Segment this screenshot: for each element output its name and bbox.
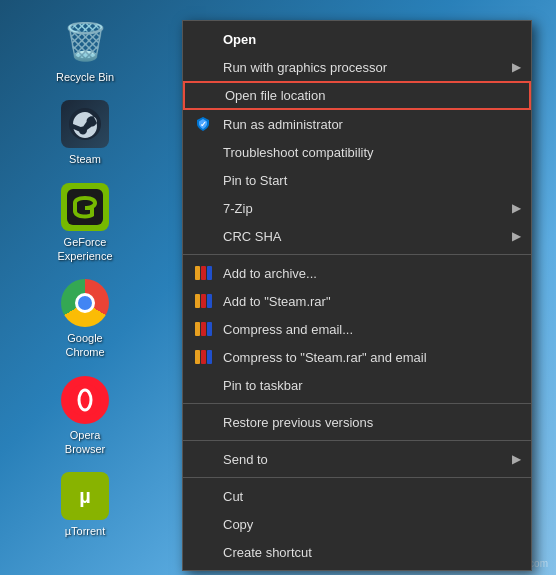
opera-label: OperaBrowser: [65, 428, 105, 457]
desktop: 🗑️ Recycle Bin Steam: [0, 0, 556, 575]
menu-item-add-archive[interactable]: Add to archive...: [183, 259, 531, 287]
menu-copy-label: Copy: [223, 517, 253, 532]
menu-7zip-label: 7-Zip: [223, 201, 253, 216]
submenu-arrow-7zip: ▶: [512, 201, 521, 215]
separator-1: [183, 254, 531, 255]
rar-icon-4: [193, 349, 213, 365]
steam-icon: [61, 100, 109, 148]
recycle-bin-icon: 🗑️: [61, 18, 109, 66]
menu-open-label: Open: [223, 32, 256, 47]
desktop-icon-geforce[interactable]: GeForceExperience: [45, 179, 125, 268]
menu-restore-versions-label: Restore previous versions: [223, 415, 373, 430]
menu-send-to-label: Send to: [223, 452, 268, 467]
submenu-arrow-run-gpu: ▶: [512, 60, 521, 74]
submenu-arrow-crc-sha: ▶: [512, 229, 521, 243]
menu-item-create-shortcut[interactable]: Create shortcut: [183, 538, 531, 566]
menu-compress-email-label: Compress and email...: [223, 322, 353, 337]
menu-crc-sha-label: CRC SHA: [223, 229, 282, 244]
menu-item-add-rar[interactable]: Add to "Steam.rar": [183, 287, 531, 315]
menu-item-crc-sha[interactable]: CRC SHA ▶: [183, 222, 531, 250]
menu-add-rar-label: Add to "Steam.rar": [223, 294, 331, 309]
desktop-icon-recycle-bin[interactable]: 🗑️ Recycle Bin: [45, 14, 125, 88]
chrome-icon: [61, 279, 109, 327]
menu-item-troubleshoot[interactable]: Troubleshoot compatibility: [183, 138, 531, 166]
svg-text:µ: µ: [79, 485, 91, 507]
steam-label: Steam: [69, 152, 101, 166]
menu-item-send-to[interactable]: Send to ▶: [183, 445, 531, 473]
menu-item-compress-rar-email[interactable]: Compress to "Steam.rar" and email: [183, 343, 531, 371]
opera-icon: [61, 376, 109, 424]
chrome-label: GoogleChrome: [65, 331, 104, 360]
menu-item-restore-versions[interactable]: Restore previous versions: [183, 408, 531, 436]
separator-3: [183, 440, 531, 441]
menu-item-run-admin[interactable]: ✓ Run as administrator: [183, 110, 531, 138]
menu-pin-start-label: Pin to Start: [223, 173, 287, 188]
menu-pin-taskbar-label: Pin to taskbar: [223, 378, 303, 393]
utorrent-icon: µ: [61, 472, 109, 520]
menu-item-pin-start[interactable]: Pin to Start: [183, 166, 531, 194]
rar-icon-3: [193, 321, 213, 337]
menu-item-cut[interactable]: Cut: [183, 482, 531, 510]
desktop-icon-chrome[interactable]: GoogleChrome: [45, 275, 125, 364]
desktop-icon-steam[interactable]: Steam: [45, 96, 125, 170]
menu-item-run-gpu[interactable]: Run with graphics processor ▶: [183, 53, 531, 81]
svg-text:✓: ✓: [200, 120, 207, 129]
menu-run-admin-label: Run as administrator: [223, 117, 343, 132]
shield-icon: ✓: [193, 114, 213, 134]
menu-add-archive-label: Add to archive...: [223, 266, 317, 281]
geforce-label: GeForceExperience: [57, 235, 112, 264]
rar-icon-1: [193, 265, 213, 281]
separator-4: [183, 477, 531, 478]
menu-item-compress-email[interactable]: Compress and email...: [183, 315, 531, 343]
desktop-icon-opera[interactable]: OperaBrowser: [45, 372, 125, 461]
menu-run-gpu-label: Run with graphics processor: [223, 60, 387, 75]
context-menu: Open Run with graphics processor ▶ Open …: [182, 20, 532, 571]
menu-item-copy[interactable]: Copy: [183, 510, 531, 538]
desktop-icons-area: 🗑️ Recycle Bin Steam: [0, 0, 170, 575]
rar-icon-2: [193, 293, 213, 309]
menu-item-open-location[interactable]: Open file location: [183, 81, 531, 110]
menu-open-location-label: Open file location: [225, 88, 325, 103]
desktop-icon-utorrent[interactable]: µ µTorrent: [45, 468, 125, 542]
menu-item-7zip[interactable]: 7-Zip ▶: [183, 194, 531, 222]
menu-compress-rar-email-label: Compress to "Steam.rar" and email: [223, 350, 427, 365]
menu-item-open[interactable]: Open: [183, 25, 531, 53]
submenu-arrow-send-to: ▶: [512, 452, 521, 466]
utorrent-label: µTorrent: [65, 524, 106, 538]
menu-item-pin-taskbar[interactable]: Pin to taskbar: [183, 371, 531, 399]
separator-2: [183, 403, 531, 404]
menu-create-shortcut-label: Create shortcut: [223, 545, 312, 560]
menu-cut-label: Cut: [223, 489, 243, 504]
geforce-icon: [61, 183, 109, 231]
recycle-bin-label: Recycle Bin: [56, 70, 114, 84]
menu-troubleshoot-label: Troubleshoot compatibility: [223, 145, 374, 160]
